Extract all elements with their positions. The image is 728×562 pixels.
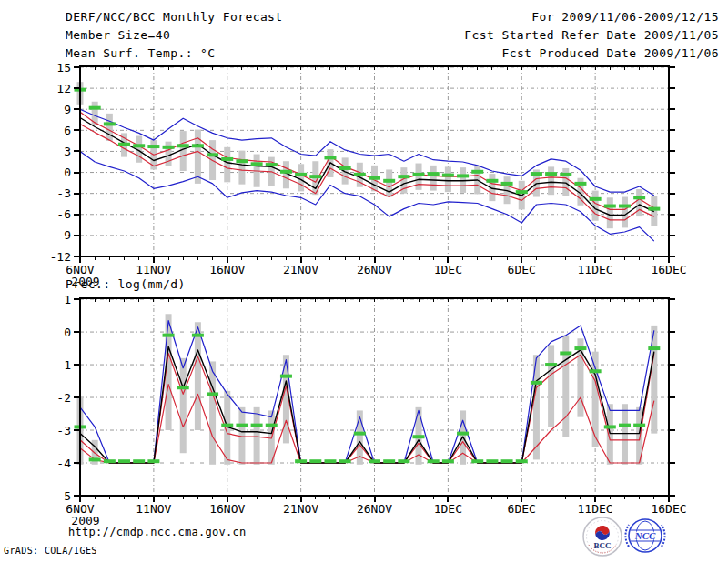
- member-spread-bar: [298, 164, 304, 191]
- x-tick-label: 16DEC: [651, 263, 686, 276]
- x-tick-label: 21NOV: [283, 263, 318, 276]
- y-tick-label: -1: [56, 358, 71, 372]
- member-spread-bar: [416, 164, 422, 190]
- source-url: http://cmdp.ncc.cma.gov.cn: [68, 526, 247, 538]
- y-tick-label: 3: [64, 145, 71, 158]
- member-spread-bar: [607, 404, 613, 465]
- x-tick-label: 11NOV: [136, 502, 171, 516]
- member-spread-bar: [562, 336, 569, 437]
- y-tick-label: 15: [56, 61, 71, 75]
- x-tick-label: 6DEC: [508, 502, 536, 516]
- x-tick-label: 26NOV: [357, 263, 392, 276]
- y-tick-label: 9: [64, 103, 71, 116]
- y-tick-label: -6: [56, 207, 71, 221]
- y-tick-label: 6: [64, 124, 71, 137]
- y-tick-label: 0: [64, 326, 71, 339]
- member-spread-bar: [607, 197, 613, 228]
- member-spread-bar: [622, 197, 628, 228]
- member-spread-bar: [195, 322, 201, 430]
- x-year-label: 2009: [71, 275, 99, 288]
- ncc-logo: NCC: [624, 516, 666, 557]
- member-spread-bar: [430, 166, 437, 191]
- chart-panel-1: 10-1-2-3-4-56NOV11NOV16NOV21NOV26NOV1DEC…: [56, 293, 686, 527]
- y-tick-label: -4: [56, 457, 71, 470]
- x-tick-label: 21NOV: [283, 502, 318, 516]
- y-tick-label: 1: [64, 293, 71, 306]
- member-spread-bar: [636, 189, 642, 216]
- x-tick-label: 16NOV: [209, 502, 245, 516]
- member-spread-bar: [445, 166, 451, 192]
- y-tick-label: -2: [56, 391, 71, 405]
- y-tick-label: 12: [56, 82, 71, 95]
- member-spread-bar: [180, 358, 187, 453]
- y-tick-label: 0: [64, 166, 71, 179]
- y-tick-label: -5: [56, 489, 71, 503]
- ncc-logo-text: NCC: [634, 530, 656, 541]
- x-tick-label: 11NOV: [136, 263, 171, 276]
- member-spread-bar: [238, 151, 245, 185]
- x-tick-label: 16NOV: [209, 263, 245, 276]
- member-spread-bar: [548, 345, 554, 427]
- x-tick-label: 1DEC: [434, 502, 462, 516]
- x-tick-label: 11DEC: [578, 502, 613, 516]
- y-tick-label: -12: [50, 250, 71, 264]
- x-tick-label: 16DEC: [651, 502, 686, 516]
- grads-credit: GrADS: COLA/IGES: [4, 546, 97, 556]
- member-spread-bar: [106, 114, 113, 141]
- x-tick-label: 26NOV: [357, 502, 392, 516]
- member-spread-bar: [209, 361, 216, 464]
- forecast-plots: 15129630-3-6-9-126NOV11NOV16NOV21NOV26NO…: [0, 0, 728, 562]
- grads-forecast-page: DERF/NCC/BCC Monthly Forecast Member Siz…: [0, 0, 728, 562]
- member-spread-bar: [386, 169, 392, 196]
- chart-panel-0: 15129630-3-6-9-126NOV11NOV16NOV21NOV26NO…: [50, 61, 687, 288]
- x-tick-label: 1DEC: [434, 263, 462, 276]
- member-spread-bar: [622, 404, 628, 465]
- bcc-logo: BCC: [581, 516, 623, 557]
- y-tick-label: -3: [56, 186, 71, 200]
- x-tick-label: 6DEC: [508, 263, 536, 276]
- member-spread-bar: [636, 407, 642, 465]
- member-spread-bar: [180, 131, 187, 171]
- bcc-logo-text: BCC: [593, 541, 611, 550]
- y-tick-label: -3: [56, 424, 71, 437]
- member-spread-bar: [283, 161, 289, 188]
- y-tick-label: -9: [56, 228, 71, 242]
- member-spread-bar: [224, 147, 230, 183]
- member-spread-bar: [548, 166, 554, 195]
- x-tick-label: 11DEC: [578, 263, 613, 276]
- member-spread-bar: [254, 407, 260, 465]
